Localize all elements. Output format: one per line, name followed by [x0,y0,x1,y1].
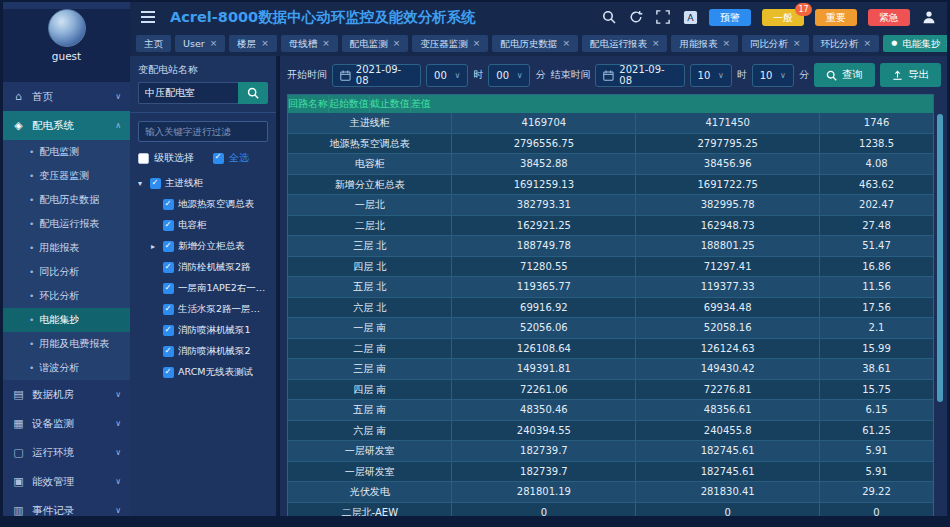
tree-node[interactable]: 电容柜 [138,215,268,236]
sidebar-item[interactable]: ▤ 数据机房 ∨ [3,380,130,409]
close-icon[interactable]: × [261,35,269,52]
alarm-button[interactable]: 一般17 [762,9,804,26]
sidebar-item[interactable]: 谐波分析 [3,356,130,380]
sidebar-item[interactable]: ⌂ 首页 ∨ [3,82,130,111]
sidebar-item[interactable]: 配电运行报表 [3,212,130,236]
cell-difference: 29.22 [820,482,933,502]
cell-start-value: 149391.81 [452,359,636,379]
refresh-icon[interactable] [628,9,644,25]
station-input[interactable] [138,82,238,104]
sidebar-item[interactable]: ▦ 设备监测 ∨ [3,409,130,438]
tab[interactable]: ● 母线槽 × [281,35,338,52]
cell-circuit-name: 六层 北 [288,298,452,318]
table-row: 新增分立柜总表 1691259.13 1691722.75 463.62 [288,175,933,196]
tree-node[interactable]: 消防喷淋机械泵1 [138,320,268,341]
tab-label: 电能集抄 [902,35,940,52]
tab[interactable]: ● 同比分析 × [742,35,809,52]
start-hour-select[interactable]: 00∨ [426,64,468,87]
select-all-checkbox[interactable] [213,153,224,164]
alarm-button[interactable]: 紧急 [868,9,910,26]
tree-node[interactable]: 消防喷淋机械泵2 [138,341,268,362]
sidebar-item[interactable]: 配电监测 [3,140,130,164]
tree-node[interactable]: ARCM无线表测试 [138,362,268,383]
tree-toggle-icon[interactable] [151,242,159,251]
close-icon[interactable]: × [322,35,330,52]
checkbox-icon[interactable] [163,283,174,294]
sidebar-item[interactable]: ▢ 运行环境 ∨ [3,438,130,467]
alarm-button[interactable]: 重要 [815,9,857,26]
close-icon[interactable]: × [652,35,660,52]
tab[interactable]: ● 配电运行报表 × [582,35,668,52]
checkbox-icon[interactable] [163,199,174,210]
cell-circuit-name: 一层研发室 [288,441,452,461]
sidebar-item[interactable]: 配电历史数据 [3,188,130,212]
scrollbar-thumb[interactable] [937,114,943,402]
sidebar-item[interactable]: 环比分析 [3,284,130,308]
sidebar-item[interactable]: 用能及电费报表 [3,332,130,356]
hamburger-menu-icon[interactable] [140,9,156,25]
start-date-input[interactable]: 2021-09-08 [332,64,421,87]
checkbox-icon[interactable] [163,367,174,378]
sidebar-item[interactable]: ◈ 配电系统 ∧ [3,111,130,140]
checkbox-icon[interactable] [163,262,174,273]
tab-label: 楼层 [237,35,256,52]
tab[interactable]: ● 用能报表 × [671,35,738,52]
alarm-button[interactable]: 预警 [709,9,751,26]
tree-node[interactable]: 地源热泵空调总表 [138,194,268,215]
tree-toggle-icon[interactable] [138,179,146,188]
tab[interactable]: ● User × [175,35,225,52]
tab[interactable]: ● 主页 × [136,35,171,52]
close-icon[interactable]: × [393,35,401,52]
sidebar-item[interactable]: 电能集抄 [3,308,130,332]
tab[interactable]: ● 配电历史数据 × [492,35,578,52]
start-minute-select[interactable]: 00∨ [488,64,530,87]
checkbox-icon[interactable] [163,241,174,252]
sidebar-item[interactable]: ▣ 能效管理 ∨ [3,467,130,496]
avatar[interactable] [48,9,86,47]
sidebar-item[interactable]: ▥ 事件记录 ∨ [3,496,130,516]
cell-end-value: 182745.61 [636,441,820,461]
tree-node[interactable]: 一层南1APE2右一层北1APE1左 [138,278,268,299]
fullscreen-icon[interactable] [655,9,671,25]
export-button[interactable]: 导出 [880,63,941,87]
tree-node[interactable]: 消防栓机械泵2路 [138,257,268,278]
tab[interactable]: ● 变压器监测 × [412,35,488,52]
sidebar-item[interactable]: 变压器监测 [3,164,130,188]
tree-node[interactable]: 新增分立柜总表 [138,236,268,257]
close-icon[interactable]: × [473,35,481,52]
tree-node[interactable]: 主进线柜 [138,173,268,194]
tree-filter-input[interactable] [138,121,268,142]
cell-start-value: 0 [452,503,636,517]
search-icon[interactable] [601,9,617,25]
checkbox-icon[interactable] [163,304,174,315]
close-icon[interactable]: × [562,35,570,52]
translate-icon[interactable]: A [682,9,698,25]
close-icon[interactable]: × [793,35,801,52]
select-all[interactable]: 全选 [213,151,249,165]
close-icon[interactable]: × [210,35,218,52]
tab[interactable]: ● 楼层 × [229,35,277,52]
tree-node[interactable]: 生活水泵2路一层弱电房 [138,299,268,320]
cell-start-value: 119365.77 [452,277,636,297]
end-date-input[interactable]: 2021-09-08 [595,64,684,87]
checkbox-icon[interactable] [163,346,174,357]
close-icon[interactable]: × [722,35,730,52]
column-header: 起始数值 [329,95,370,113]
user-icon[interactable] [921,9,937,25]
sidebar-item[interactable]: 用能报表 [3,236,130,260]
sidebar-item[interactable]: 同比分析 [3,260,130,284]
checkbox-icon[interactable] [163,325,174,336]
cell-end-value: 382995.78 [636,195,820,215]
tab[interactable]: ● 配电监测 × [342,35,409,52]
tab[interactable]: ● 电能集抄 × [883,35,947,52]
close-icon[interactable]: × [864,35,872,52]
checkbox-icon[interactable] [150,178,161,189]
checkbox-icon[interactable] [163,220,174,231]
end-hour-select[interactable]: 10∨ [690,64,732,87]
query-button[interactable]: 查询 [814,63,875,87]
station-search-button[interactable] [238,82,268,104]
cascade-checkbox[interactable] [138,153,149,164]
close-icon[interactable]: × [945,35,947,52]
end-minute-select[interactable]: 10∨ [752,64,794,87]
tab[interactable]: ● 环比分析 × [813,35,880,52]
